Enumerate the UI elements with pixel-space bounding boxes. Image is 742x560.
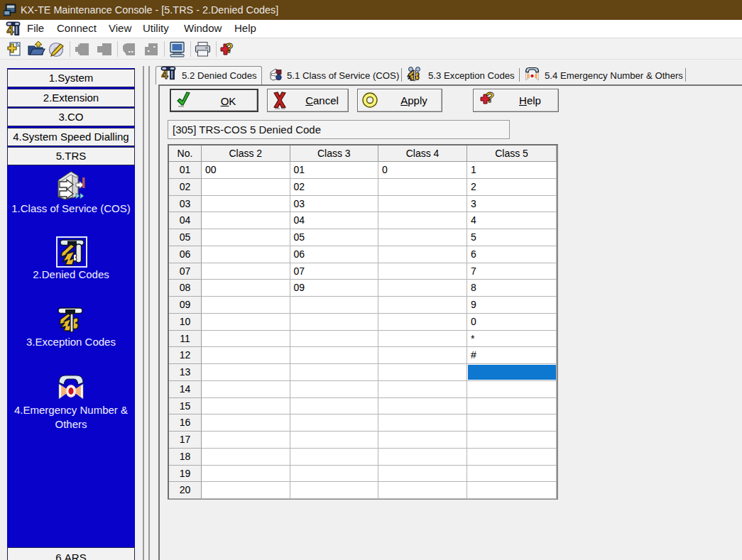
svg-text:4: 4 — [7, 23, 14, 37]
svg-text:?: ? — [225, 40, 234, 55]
svg-text:?: ? — [486, 89, 494, 105]
svg-text:4: 4 — [162, 68, 169, 81]
